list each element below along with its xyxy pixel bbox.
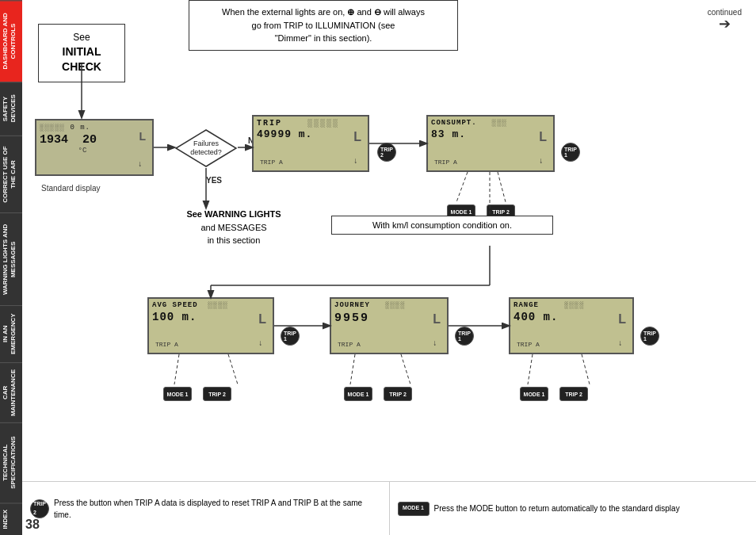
svg-line-7	[498, 172, 506, 202]
trip2-badge-range[interactable]: TRIP 2	[559, 387, 588, 401]
avgspeed-display: AVG SPEED ░░░░ 100 m. L TRIP A ↓	[147, 297, 274, 354]
footer: TRIP2 Press the button when TRIP A data …	[22, 481, 756, 535]
footer-left: TRIP2 Press the button when TRIP A data …	[22, 482, 390, 535]
trip1-badge-range: TRIP1	[640, 327, 659, 346]
initial-check-line3: CHECK	[44, 59, 120, 75]
info-box: When the external lights are on, ⊕ and ⊖…	[189, 0, 458, 51]
info-box-text: When the external lights are on, ⊕ and ⊖…	[222, 7, 425, 43]
sidebar-item-safety[interactable]: SAFETY DEVICES	[0, 82, 22, 135]
mode1-badge-range[interactable]: MODE 1	[520, 387, 548, 401]
footer-right: MODE 1 Press the MODE button to return a…	[390, 482, 757, 535]
footer-mode1-badge: MODE 1	[398, 502, 430, 516]
standard-display-label: Standard display	[41, 184, 101, 193]
consumpt-display: CONSUMPT. ░░░ 83 m. L TRIP A ↓	[426, 115, 555, 172]
mode1-badge-avg[interactable]: MODE 1	[163, 387, 192, 401]
sidebar: DASHBOARD AND CONTROLS SAFETY DEVICES CO…	[0, 0, 22, 535]
flow-container: When the external lights are on, ⊕ and ⊖…	[22, 0, 756, 460]
range-badge-row: MODE 1 TRIP 2	[520, 387, 588, 401]
trip1-badge-consumpt: TRIP1	[561, 143, 580, 162]
range-display: RANGE ░░░░ 400 m. L TRIP A ↓	[509, 297, 634, 354]
svg-line-14	[174, 354, 179, 384]
svg-line-17	[401, 354, 410, 384]
trip1-badge-journey: TRIP1	[455, 327, 474, 346]
svg-line-15	[228, 354, 238, 384]
sidebar-item-technical[interactable]: TECHNICAL SPECIFICATIONS	[0, 422, 22, 503]
kml-box: With km/l consumption condition on.	[331, 216, 553, 235]
avgspeed-badge-row: MODE 1 TRIP 2	[163, 387, 231, 401]
sidebar-item-index[interactable]: INDEX	[0, 503, 22, 535]
trip2-badge-journey[interactable]: TRIP 2	[384, 387, 412, 401]
footer-left-text: Press the button when TRIP A data is dis…	[54, 497, 381, 521]
standard-display: ░░░░░ 0 m. 1934 20 °C L ↓	[35, 119, 154, 176]
svg-line-6	[456, 172, 468, 202]
initial-check-line2: INITIAL	[44, 44, 120, 60]
main-content: continued ➔ When the external lights are…	[22, 0, 756, 535]
journey-display: JOURNEY ░░░░ 9959 L TRIP A ↓	[330, 297, 449, 354]
warning-box: See WARNING LIGHTS and MESSAGES in this …	[182, 208, 285, 247]
svg-line-16	[350, 354, 355, 384]
trip2-badge-trip: TRIP2	[377, 143, 396, 162]
footer-right-text: Press the MODE button to return automati…	[434, 503, 680, 514]
sidebar-item-correct-use[interactable]: CORRECT USE OF THE CAR	[0, 136, 22, 212]
mode1-badge-journey[interactable]: MODE 1	[344, 387, 372, 401]
svg-line-18	[528, 354, 533, 384]
initial-check-line1: See	[44, 31, 120, 44]
sidebar-item-emergency[interactable]: IN AN EMERGENCY	[0, 305, 22, 362]
trip1-badge-avg: TRIP1	[281, 327, 300, 346]
initial-check-box: See INITIAL CHECK	[38, 24, 125, 82]
svg-line-19	[582, 354, 590, 384]
yes-label: YES	[206, 176, 222, 185]
svg-marker-0	[176, 130, 236, 166]
decision-diamond: Failures detected?	[174, 128, 238, 168]
sidebar-item-dashboard[interactable]: DASHBOARD AND CONTROLS	[0, 0, 22, 82]
footer-trip2-badge: TRIP2	[30, 499, 49, 518]
sidebar-item-warning[interactable]: WARNING LIGHTS AND MESSAGES	[0, 212, 22, 305]
sidebar-item-maintenance[interactable]: CAR MAINTENANCE	[0, 362, 22, 422]
trip2-badge-avg[interactable]: TRIP 2	[203, 387, 231, 401]
journey-badge-row: MODE 1 TRIP 2	[344, 387, 412, 401]
page-number: 38	[25, 518, 40, 532]
trip-display: TRIP ░░░░░ 49999 m. L TRIP A ↓	[252, 115, 369, 172]
